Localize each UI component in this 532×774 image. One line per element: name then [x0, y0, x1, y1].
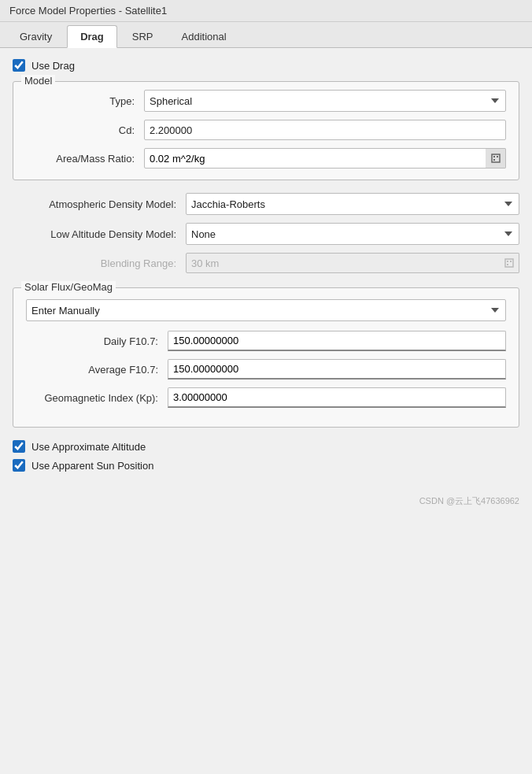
- svg-rect-1: [493, 156, 495, 157]
- area-mass-label: Area/Mass Ratio:: [26, 153, 144, 165]
- use-apparent-sun-checkbox[interactable]: [13, 459, 25, 472]
- solar-select-row: Enter Manually File Auto: [26, 299, 506, 321]
- use-apparent-sun-row: Use Apparent Sun Position: [13, 459, 519, 472]
- atmospheric-density-row: Atmospheric Density Model: Jacchia-Rober…: [13, 193, 519, 215]
- blending-range-picker-btn: [499, 253, 519, 273]
- geomag-label: Geomagnetic Index (Kp):: [26, 392, 168, 404]
- daily-f107-row: Daily F10.7:: [26, 331, 506, 351]
- atmospheric-density-select[interactable]: Jacchia-Roberts NRLMSISE-00 Simplified: [186, 193, 519, 215]
- area-mass-field: [144, 148, 506, 169]
- low-altitude-label: Low Altitude Density Model:: [13, 228, 186, 240]
- svg-rect-0: [492, 154, 500, 162]
- geomag-input[interactable]: [168, 387, 506, 408]
- low-altitude-select[interactable]: None Custom: [186, 223, 519, 245]
- daily-f107-label: Daily F10.7:: [26, 335, 168, 347]
- title-bar: Force Model Properties - Satellite1: [0, 0, 532, 22]
- average-f107-label: Average F10.7:: [26, 364, 168, 376]
- area-mass-picker-btn[interactable]: [486, 148, 506, 169]
- content-area: Use Drag Model Type: Spherical Cylindric…: [0, 48, 532, 492]
- use-approx-alt-checkbox[interactable]: [13, 440, 25, 453]
- picker-icon: [491, 154, 501, 163]
- cd-input[interactable]: [144, 120, 506, 140]
- average-f107-input[interactable]: [168, 359, 506, 380]
- use-drag-label[interactable]: Use Drag: [31, 60, 75, 72]
- geomag-row: Geomagnetic Index (Kp):: [26, 387, 506, 408]
- svg-rect-7: [507, 264, 508, 265]
- type-label: Type:: [26, 95, 144, 107]
- solar-flux-title: Solar Flux/GeoMag: [21, 281, 116, 293]
- tab-srp[interactable]: SRP: [119, 25, 167, 47]
- use-apparent-sun-label[interactable]: Use Apparent Sun Position: [31, 460, 153, 472]
- svg-rect-4: [505, 259, 513, 267]
- daily-f107-input[interactable]: [168, 331, 506, 351]
- tab-additional[interactable]: Additional: [168, 25, 240, 47]
- area-mass-input[interactable]: [144, 148, 506, 169]
- average-f107-row: Average F10.7:: [26, 359, 506, 380]
- model-group-title: Model: [21, 75, 55, 87]
- cd-label: Cd:: [26, 124, 144, 136]
- type-select[interactable]: Spherical Cylindrical Custom: [144, 90, 506, 112]
- tab-bar: Gravity Drag SRP Additional: [0, 22, 532, 48]
- blending-range-label: Blending Range:: [13, 257, 186, 269]
- solar-flux-group: Solar Flux/GeoMag Enter Manually File Au…: [13, 287, 519, 428]
- use-drag-checkbox[interactable]: [13, 59, 25, 72]
- model-group: Model Type: Spherical Cylindrical Custom…: [13, 81, 519, 180]
- picker-icon-disabled: [504, 258, 514, 268]
- watermark: CSDN @云上飞47636962: [0, 492, 532, 510]
- low-altitude-row: Low Altitude Density Model: None Custom: [13, 223, 519, 245]
- svg-rect-6: [510, 261, 512, 262]
- tab-drag[interactable]: Drag: [67, 25, 117, 48]
- tab-gravity[interactable]: Gravity: [6, 25, 65, 47]
- svg-rect-3: [493, 159, 495, 161]
- blending-range-field: [186, 253, 519, 273]
- title-text: Force Model Properties - Satellite1: [9, 5, 167, 17]
- svg-rect-2: [497, 156, 498, 157]
- svg-rect-5: [507, 261, 508, 262]
- atmospheric-density-label: Atmospheric Density Model:: [13, 198, 186, 210]
- cd-row: Cd:: [26, 120, 506, 140]
- blending-range-input: [186, 253, 519, 273]
- area-mass-row: Area/Mass Ratio:: [26, 148, 506, 169]
- blending-range-row: Blending Range:: [13, 253, 519, 273]
- use-approx-alt-row: Use Approximate Altitude: [13, 440, 519, 453]
- type-row: Type: Spherical Cylindrical Custom: [26, 90, 506, 112]
- solar-flux-select[interactable]: Enter Manually File Auto: [26, 299, 506, 321]
- use-drag-row: Use Drag: [13, 59, 519, 72]
- use-approx-alt-label[interactable]: Use Approximate Altitude: [31, 441, 146, 453]
